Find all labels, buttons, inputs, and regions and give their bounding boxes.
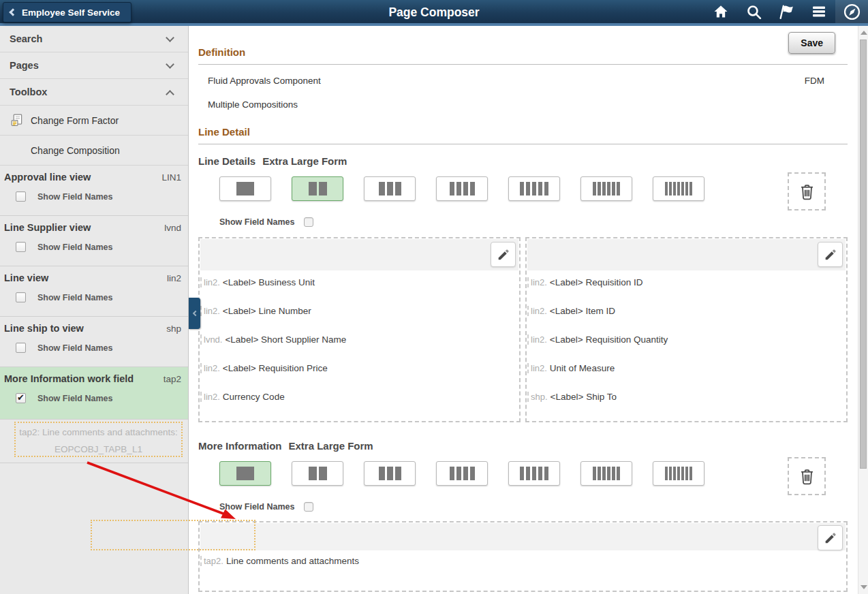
scroll-down-arrow[interactable] xyxy=(861,585,867,589)
field-row[interactable]: lin2.<Label> Requisition Quantity xyxy=(527,334,846,363)
field-row[interactable]: lin2.<Label> Requisition ID xyxy=(527,277,846,306)
sidebar-section-pages[interactable]: Pages xyxy=(0,52,188,79)
layout-bars-4 xyxy=(450,467,475,480)
save-button[interactable]: Save xyxy=(788,32,835,54)
toolbox-item-change-composition[interactable]: Change Composition xyxy=(0,136,188,166)
field-row[interactable]: tap2.Line comments and attachments xyxy=(200,556,846,584)
view-group-more-information-work-field[interactable]: More Information work field tap2 Show Fi… xyxy=(0,367,188,420)
layout-bars-7 xyxy=(665,467,692,480)
show-field-names-checkbox[interactable] xyxy=(304,502,313,512)
layout-bars-5 xyxy=(520,182,548,196)
show-field-names-checkbox[interactable] xyxy=(304,217,313,227)
field-prefix: lvnd. xyxy=(204,334,222,345)
view-group-line-ship-to-view[interactable]: Line ship to view shp Show Field Names xyxy=(0,317,188,367)
view-group-line-supplier-view[interactable]: Line Supplier view lvnd Show Field Names xyxy=(0,216,188,266)
actions-menu-button[interactable] xyxy=(803,0,835,23)
chevron-down-icon xyxy=(166,33,174,42)
view-name: Line view xyxy=(4,272,48,283)
layout-option-1[interactable] xyxy=(219,176,271,201)
sidebar-section-search[interactable]: Search xyxy=(0,26,188,52)
field-row[interactable]: lin2.Currency Code xyxy=(200,392,519,420)
layout-panel-left[interactable]: lin2.<Label> Business Unit lin2.<Label> … xyxy=(198,237,521,422)
navbar-button[interactable] xyxy=(835,0,868,23)
layout-option-4[interactable] xyxy=(436,461,488,486)
drag-ghost-line-comments[interactable]: tap2: Line comments and attachments: EOP… xyxy=(14,422,183,457)
layout-option-6[interactable] xyxy=(580,176,632,201)
edit-panel-button[interactable] xyxy=(491,242,516,267)
layout-panel-right[interactable]: lin2.<Label> Requisition ID lin2.<Label>… xyxy=(525,237,848,422)
field-prefix: lin2. xyxy=(531,363,547,373)
view-group-line-view[interactable]: Line view lin2 Show Field Names xyxy=(0,266,188,317)
layout-option-6[interactable] xyxy=(580,461,632,486)
show-field-names-checkbox[interactable] xyxy=(16,393,26,403)
panel-header xyxy=(200,523,846,550)
layout-bars-4 xyxy=(450,182,475,196)
field-label: <Label> Item ID xyxy=(550,306,615,316)
edit-panel-button[interactable] xyxy=(818,525,843,550)
field-row[interactable]: lvnd.<Label> Short Supplier Name xyxy=(200,334,519,363)
field-row[interactable]: shp.<Label> Ship To xyxy=(527,392,846,420)
field-row[interactable]: lin2.<Label> Item ID xyxy=(527,306,846,334)
field-prefix: lin2. xyxy=(531,306,547,316)
section-title-line-details: Line DetailsExtra Large Form xyxy=(198,155,848,167)
search-button[interactable] xyxy=(737,0,770,23)
layout-bars-6 xyxy=(593,467,620,480)
layout-option-3[interactable] xyxy=(364,461,416,486)
field-prefix: lin2. xyxy=(204,392,220,402)
layout-option-5[interactable] xyxy=(508,461,560,486)
show-field-names-label: Show Field Names xyxy=(37,343,112,353)
layout-option-2[interactable] xyxy=(292,461,343,486)
show-field-names-label: Show Field Names xyxy=(37,293,112,302)
flag-icon xyxy=(778,3,795,20)
field-prefix: lin2. xyxy=(204,306,220,316)
delete-drop-target[interactable] xyxy=(788,457,826,495)
sidebar-collapse-handle[interactable] xyxy=(189,298,200,329)
view-code: LIN1 xyxy=(161,172,181,183)
edit-panel-button[interactable] xyxy=(818,242,843,267)
show-field-names-label: Show Field Names xyxy=(37,192,112,202)
layout-option-2-selected[interactable] xyxy=(292,176,343,201)
layout-bars-3 xyxy=(379,182,401,196)
trash-icon xyxy=(798,467,816,486)
layout-bars-3 xyxy=(379,467,401,480)
show-field-names-checkbox[interactable] xyxy=(16,242,26,252)
component-value: FDM xyxy=(805,76,824,86)
form-factor-icon xyxy=(10,113,25,127)
layout-option-7[interactable] xyxy=(653,176,704,201)
main-content: Save Definition Fluid Approvals Componen… xyxy=(189,26,868,594)
home-icon xyxy=(712,3,730,20)
layout-bars-2 xyxy=(309,182,327,196)
layout-option-1-selected[interactable] xyxy=(219,461,271,486)
notifications-button[interactable] xyxy=(770,0,803,23)
layout-option-5[interactable] xyxy=(508,176,560,201)
field-row[interactable]: lin2.Unit of Measure xyxy=(527,363,846,392)
scroll-up-arrow[interactable] xyxy=(861,31,867,35)
field-row[interactable]: lin2.<Label> Business Unit xyxy=(200,277,519,306)
show-field-names-label: Show Field Names xyxy=(37,243,112,252)
layout-panel-more-information[interactable]: tap2.Line comments and attachments xyxy=(198,521,848,592)
show-field-names-label: Show Field Names xyxy=(219,502,294,512)
layout-option-3[interactable] xyxy=(364,176,416,201)
drag-ghost-line2: EOPCOBJ_TAPB_L1 xyxy=(16,441,181,457)
sidebar-section-toolbox[interactable]: Toolbox xyxy=(0,79,188,106)
show-field-names-checkbox[interactable] xyxy=(16,191,26,202)
toolbox-item-change-form-factor[interactable]: Change Form Factor xyxy=(0,106,188,136)
show-field-names-checkbox[interactable] xyxy=(16,292,26,302)
form-factor-label: Extra Large Form xyxy=(289,440,373,452)
show-field-names-checkbox[interactable] xyxy=(16,343,26,353)
field-row[interactable]: lin2.<Label> Line Number xyxy=(200,306,519,334)
scrollbar-thumb[interactable] xyxy=(860,40,867,469)
view-group-approval-line-view[interactable]: Approval line view LIN1 Show Field Names xyxy=(0,166,188,216)
view-code: tap2 xyxy=(164,374,181,384)
layout-option-7[interactable] xyxy=(653,461,704,486)
field-label: <Label> Short Supplier Name xyxy=(225,334,346,345)
pencil-icon xyxy=(823,247,838,262)
collapse-chevron-icon xyxy=(192,311,198,316)
layout-option-4[interactable] xyxy=(436,176,488,201)
field-prefix: shp. xyxy=(531,392,548,402)
vertical-scrollbar[interactable] xyxy=(858,26,868,594)
home-button[interactable] xyxy=(704,0,737,23)
delete-drop-target[interactable] xyxy=(788,172,826,210)
navbar-icon xyxy=(843,3,861,21)
field-row[interactable]: lin2.<Label> Requisition Price xyxy=(200,363,519,392)
